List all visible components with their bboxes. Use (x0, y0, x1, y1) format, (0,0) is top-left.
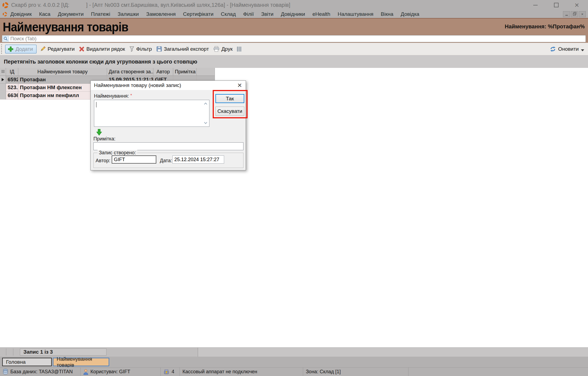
printer-icon (213, 46, 220, 52)
menu-dovidnyk[interactable]: Довідник (10, 11, 32, 17)
page-title: Найменування товарів (3, 20, 128, 34)
pencil-icon (40, 46, 46, 52)
statusbar-user: Користувач: GIFT (81, 368, 161, 376)
grid-corner-cell[interactable] (0, 68, 6, 76)
cell-id: 6636 (6, 92, 18, 100)
app-logo-icon (2, 2, 8, 8)
statusbar-empty (409, 368, 588, 376)
text-caret (96, 102, 96, 107)
menu-ehealth[interactable]: eHealth (312, 11, 330, 17)
grid-navigator: Запис 1 із 3 (0, 348, 198, 357)
author-label: Автор: (96, 158, 110, 164)
active-filter-label: Найменування: %Протафан% (505, 23, 585, 30)
minimize-icon[interactable] (531, 2, 540, 9)
search-row (0, 35, 588, 43)
record-counter: Запис 1 із 3 (20, 348, 106, 356)
date-label: Дата: (160, 158, 172, 164)
menu-dovidnyky[interactable]: Довідники (281, 11, 305, 17)
filter-button[interactable]: Фільтр (129, 46, 152, 52)
column-header-name[interactable]: Найменування товару (18, 68, 107, 76)
created-group-label: Запис створено: (98, 150, 137, 156)
search-input[interactable] (9, 36, 586, 42)
menu-kasa[interactable]: Каса (39, 11, 50, 17)
floppy-icon (156, 46, 162, 52)
grid-menu-icon (1, 70, 5, 73)
record-strip: Запис 1 із 3 (0, 347, 588, 357)
export-button[interactable]: Загальний експорт (156, 46, 209, 52)
toolbar: Додати Редагувати Видалити рядок Фільтр … (0, 43, 588, 55)
user-icon (83, 369, 88, 375)
window-tabs-bar: Головна Найменування товарів (0, 357, 588, 367)
refresh-dropdown-icon[interactable] (581, 49, 584, 51)
column-header-filler (197, 68, 215, 76)
menu-zalyshky[interactable]: Залишки (118, 11, 139, 17)
annotation-highlight-box (213, 90, 248, 118)
mdi-restore-icon[interactable] (571, 11, 578, 17)
delete-row-button[interactable]: Видалити рядок (79, 46, 125, 52)
restore-icon[interactable] (552, 2, 560, 9)
dialog-titlebar: Найменування товару (новий запис) × (91, 81, 246, 90)
menu-bar: Довідник Каса Документи Платежі Залишки … (0, 10, 588, 18)
column-header-author[interactable]: Автор (153, 68, 173, 76)
search-icon (3, 36, 9, 41)
menu-dokumenty[interactable]: Документи (58, 11, 84, 17)
window-title: Скарб pro v. 4.0.0.2 [ІД: ] - [Апт №003 … (11, 2, 290, 8)
menu-platezhi[interactable]: Платежі (91, 11, 110, 17)
mdi-close-icon[interactable]: × (579, 11, 586, 17)
menu-zamovlennia[interactable]: Замовлення (146, 11, 176, 17)
columns-icon[interactable] (237, 47, 241, 52)
author-input[interactable] (112, 155, 156, 164)
scroll-down-icon[interactable] (203, 122, 208, 124)
toolbar-grip[interactable] (1, 44, 3, 54)
funnel-icon (129, 46, 134, 52)
statusbar-terminal-count: 4 (161, 368, 180, 376)
add-button[interactable]: Додати (5, 45, 36, 53)
menu-dovidka[interactable]: Довідка (401, 11, 419, 17)
group-by-panel[interactable]: Перетягніть заголовок колонки сюди для у… (0, 55, 588, 68)
column-header-id[interactable]: ІД (6, 68, 18, 76)
search-box[interactable] (2, 35, 586, 42)
menu-logo-icon (3, 12, 7, 16)
menu-filii[interactable]: Філії (243, 11, 254, 17)
dialog-title: Найменування товару (новий запис) (91, 82, 181, 88)
grid-header-row: ІД Найменування товару Дата створення за… (0, 68, 215, 76)
red-x-icon (79, 46, 84, 52)
required-asterisk: * (130, 93, 132, 98)
name-textarea[interactable] (94, 100, 209, 127)
current-row-indicator-icon (2, 78, 4, 81)
window-titlebar: Скарб pro v. 4.0.0.2 [ІД: ] - [Апт №003 … (0, 0, 588, 10)
database-icon (3, 369, 8, 375)
cash-register-icon (163, 369, 169, 375)
statusbar-cash-status: Кассовый аппарат не подключен (180, 368, 303, 376)
note-input[interactable] (93, 142, 243, 150)
plus-icon (8, 46, 14, 52)
menu-sertyfikaty[interactable]: Сертифікати (183, 11, 214, 17)
dialog-close-icon[interactable]: × (234, 81, 246, 90)
tab-product-names[interactable]: Найменування товарів (53, 358, 109, 366)
cell-id: 523.. (6, 84, 18, 92)
cell-id: 6592 (6, 76, 18, 84)
new-record-dialog: Найменування товару (новий запис) × Найм… (90, 80, 246, 170)
column-header-created[interactable]: Дата створення за... (107, 68, 153, 76)
print-button[interactable]: Друк (213, 46, 233, 52)
tab-home[interactable]: Головна (2, 358, 52, 366)
refresh-button[interactable]: Оновити (550, 46, 579, 52)
menu-nalashtuvannia[interactable]: Налаштування (338, 11, 373, 17)
date-input[interactable] (172, 155, 224, 164)
status-bar: База даних: TASA3@TITAN Користувач: GIFT… (0, 367, 588, 376)
group-by-hint: Перетягніть заголовок колонки сюди для у… (4, 58, 197, 65)
scroll-up-icon[interactable] (203, 102, 208, 105)
close-icon[interactable]: × (573, 2, 581, 9)
column-header-note[interactable]: Примітка (173, 68, 197, 76)
edit-button[interactable]: Редагувати (40, 46, 75, 52)
green-down-arrow-icon (96, 129, 102, 136)
mdi-minimize-icon[interactable] (563, 11, 570, 17)
app-window: Скарб pro v. 4.0.0.2 [ІД: ] - [Апт №003 … (0, 0, 588, 376)
statusbar-zone: Зона: Склад [1] (303, 368, 409, 376)
name-field-label: Найменування: * (94, 93, 132, 99)
refresh-icon (550, 46, 556, 52)
menu-vikna[interactable]: Вікна (381, 11, 393, 17)
menu-zvity[interactable]: Звіти (261, 11, 273, 17)
menu-sklad[interactable]: Склад (221, 11, 236, 17)
created-groupbox: Запис створено: Автор: Дата: (93, 153, 243, 168)
